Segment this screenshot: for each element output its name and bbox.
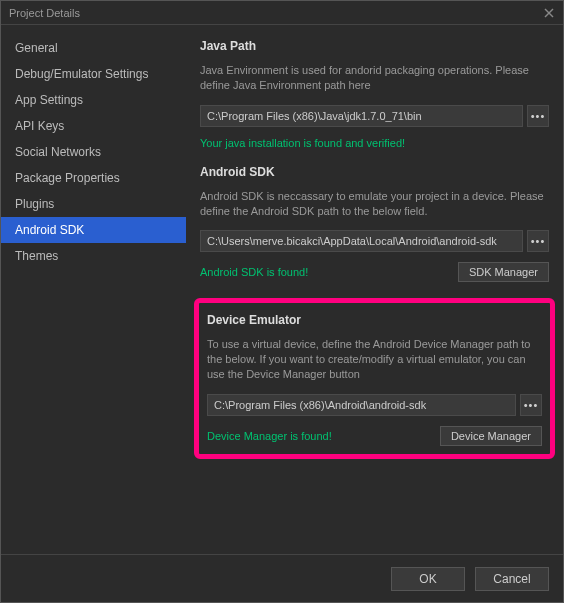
android-sdk-desc: Android SDK is neccassary to emulate you… — [200, 189, 549, 219]
android-sdk-status: Android SDK is found! — [200, 266, 308, 278]
ok-button[interactable]: OK — [391, 567, 465, 591]
sidebar-item-themes[interactable]: Themes — [1, 243, 186, 269]
sidebar-item-label: Package Properties — [15, 171, 120, 185]
java-path-status: Your java installation is found and veri… — [200, 137, 405, 149]
sidebar-item-label: App Settings — [15, 93, 83, 107]
java-path-title: Java Path — [200, 39, 549, 53]
sidebar-item-label: Plugins — [15, 197, 54, 211]
device-emulator-status-row: Device Manager is found! Device Manager — [207, 426, 542, 446]
dialog-body: General Debug/Emulator Settings App Sett… — [1, 25, 563, 554]
sidebar-item-label: Themes — [15, 249, 58, 263]
project-details-dialog: Project Details General Debug/Emulator S… — [0, 0, 564, 603]
sidebar: General Debug/Emulator Settings App Sett… — [1, 25, 186, 554]
android-sdk-row: ••• — [200, 230, 549, 252]
dialog-footer: OK Cancel — [1, 554, 563, 602]
close-icon — [544, 8, 554, 18]
sdk-manager-button[interactable]: SDK Manager — [458, 262, 549, 282]
ellipsis-icon: ••• — [531, 110, 546, 122]
sidebar-item-api-keys[interactable]: API Keys — [1, 113, 186, 139]
close-button[interactable] — [539, 4, 559, 22]
sidebar-item-package-properties[interactable]: Package Properties — [1, 165, 186, 191]
java-path-desc: Java Environment is used for andorid pac… — [200, 63, 549, 93]
sidebar-item-label: Debug/Emulator Settings — [15, 67, 148, 81]
device-emulator-status: Device Manager is found! — [207, 430, 332, 442]
device-emulator-row: ••• — [207, 394, 542, 416]
android-sdk-input[interactable] — [200, 230, 523, 252]
device-emulator-highlight: Device Emulator To use a virtual device,… — [194, 298, 555, 459]
device-emulator-title: Device Emulator — [207, 313, 542, 327]
sidebar-item-label: Android SDK — [15, 223, 84, 237]
ellipsis-icon: ••• — [524, 399, 539, 411]
device-emulator-desc: To use a virtual device, define the Andr… — [207, 337, 542, 382]
android-sdk-browse-button[interactable]: ••• — [527, 230, 549, 252]
content-pane: Java Path Java Environment is used for a… — [186, 25, 563, 554]
sidebar-item-social-networks[interactable]: Social Networks — [1, 139, 186, 165]
java-path-input[interactable] — [200, 105, 523, 127]
sidebar-item-label: API Keys — [15, 119, 64, 133]
device-emulator-browse-button[interactable]: ••• — [520, 394, 542, 416]
device-manager-button[interactable]: Device Manager — [440, 426, 542, 446]
device-emulator-input[interactable] — [207, 394, 516, 416]
titlebar: Project Details — [1, 1, 563, 25]
window-title: Project Details — [9, 7, 80, 19]
sidebar-item-android-sdk[interactable]: Android SDK — [1, 217, 186, 243]
sidebar-item-app-settings[interactable]: App Settings — [1, 87, 186, 113]
ellipsis-icon: ••• — [531, 235, 546, 247]
java-path-status-row: Your java installation is found and veri… — [200, 137, 549, 149]
java-path-row: ••• — [200, 105, 549, 127]
sidebar-item-plugins[interactable]: Plugins — [1, 191, 186, 217]
android-sdk-title: Android SDK — [200, 165, 549, 179]
android-sdk-status-row: Android SDK is found! SDK Manager — [200, 262, 549, 282]
sidebar-item-label: General — [15, 41, 58, 55]
cancel-button[interactable]: Cancel — [475, 567, 549, 591]
sidebar-item-debug-emulator[interactable]: Debug/Emulator Settings — [1, 61, 186, 87]
java-path-browse-button[interactable]: ••• — [527, 105, 549, 127]
sidebar-item-label: Social Networks — [15, 145, 101, 159]
sidebar-item-general[interactable]: General — [1, 35, 186, 61]
